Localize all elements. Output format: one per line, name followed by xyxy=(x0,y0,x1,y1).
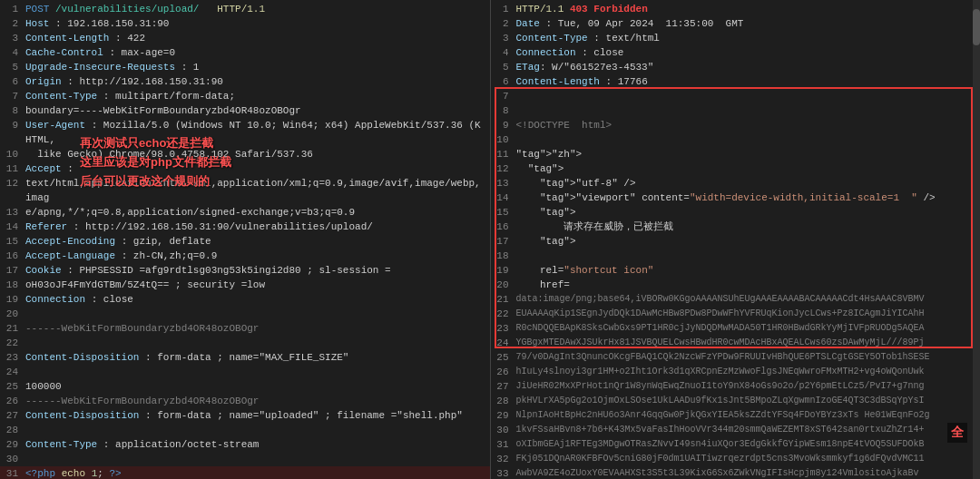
table-row: 12text/html,application/xhtml+xml,applic… xyxy=(0,176,490,205)
table-row: 10 xyxy=(491,132,981,147)
table-row: 27Content-Disposition : form-data ; name… xyxy=(0,408,490,423)
line-number: 15 xyxy=(0,234,25,249)
line-content xyxy=(25,307,490,321)
table-row: 14Referer : http://192.168.150.31:90/vul… xyxy=(0,220,490,234)
line-content: e/apng,*/*;q=0.8,application/signed-exch… xyxy=(25,205,490,220)
line-number: 29 xyxy=(491,408,516,423)
line-number: 18 xyxy=(0,278,25,292)
table-row: 10 like Gecko) Chrome/98.0.4758.102 Safa… xyxy=(0,147,490,161)
line-content: Content-Type : application/octet-stream xyxy=(25,437,490,452)
line-content: Accept-Encoding : gzip, deflate xyxy=(25,234,490,249)
line-number: 13 xyxy=(0,205,25,220)
line-content xyxy=(516,132,981,147)
table-row: 5Upgrade-Insecure-Requests : 1 xyxy=(0,60,490,74)
line-content xyxy=(25,336,490,350)
table-row: 1HTTP/1.1 403 Forbidden xyxy=(491,2,981,16)
table-row: 3Content-Length : 422 xyxy=(0,31,490,45)
table-row: 29NlpnIAoHtBpHc2nHU6o3Anr4GqqGw0PjkQGxYI… xyxy=(491,408,981,423)
line-content xyxy=(25,365,490,379)
line-number: 9 xyxy=(0,118,25,147)
line-content: <?php echo 1; ?> xyxy=(25,466,490,479)
table-row: 8 xyxy=(491,103,981,118)
table-row: 23Content-Disposition : form-data ; name… xyxy=(0,350,490,365)
table-row: 1POST /vulnerabilities/upload/ HTTP/1.1 xyxy=(0,2,490,16)
line-content: href= xyxy=(516,278,981,292)
right-line-container[interactable]: 1HTTP/1.1 403 Forbidden2Date : Tue, 09 A… xyxy=(491,0,981,479)
line-number: 23 xyxy=(491,321,516,336)
line-content: ------WebKitFormBoundaryzbd4OR48ozOBOgr xyxy=(25,321,490,336)
line-number: 27 xyxy=(0,408,25,423)
table-row: 8boundary=----WebKitFormBoundaryzbd4OR48… xyxy=(0,103,490,118)
line-content: like Gecko) Chrome/98.0.4758.102 Safari/… xyxy=(25,147,490,161)
line-number: 3 xyxy=(491,31,516,45)
line-number: 12 xyxy=(0,176,25,205)
table-row: 19Connection : close xyxy=(0,292,490,307)
line-number: 21 xyxy=(491,292,516,307)
table-row: 24YGBgxMTEDAwXJSUkrHx81JSVBQUELCwsHBwdHR… xyxy=(491,336,981,350)
table-row: 30 xyxy=(0,452,490,466)
line-number: 13 xyxy=(491,176,516,191)
table-row: 5ETag: W/"661527e3-4533" xyxy=(491,60,981,74)
line-content: Date : Tue, 09 Apr 2024 11:35:00 GMT xyxy=(516,16,981,31)
table-row: 28pkHVLrXA5pGg2o1OjmOxLSOse1UkLAADu9fKx1… xyxy=(491,394,981,408)
line-number: 18 xyxy=(491,249,516,263)
line-content: Accept : xyxy=(25,161,490,176)
line-content: "tag"> xyxy=(516,234,981,249)
line-content: ------WebKitFormBoundaryzbd4OR48ozOBOgr xyxy=(25,394,490,408)
table-row: 17Cookie : PHPSESSID =afg9rdtlsg03ng53k5… xyxy=(0,263,490,278)
line-content: R0cNDQQEBApK8SksCwbGxs9PT1HR0cjJyNDQDMwM… xyxy=(516,321,981,336)
table-row: 17 "tag"> xyxy=(491,234,981,249)
line-number: 26 xyxy=(0,394,25,408)
line-number: 30 xyxy=(0,452,25,466)
table-row: 6Content-Length : 17766 xyxy=(491,74,981,89)
line-number: 9 xyxy=(491,118,516,132)
line-content: Origin : http://192.168.150.31:90 xyxy=(25,74,490,89)
line-content: oXIbmGEAj1RFTEg3MDgwOTRasZNvvI49sn4iuXQo… xyxy=(516,437,981,452)
line-content: "tag"> xyxy=(516,161,981,176)
line-content: "tag">"viewport" content="width=device-w… xyxy=(516,191,981,205)
table-row: 32FKj051DQnAR0KFBFOv5cniG80jF0dm1UAITiwz… xyxy=(491,452,981,466)
line-number: 17 xyxy=(0,263,25,278)
line-number: 21 xyxy=(0,321,25,336)
table-row: 9User-Agent : Mozilla/5.0 (Windows NT 10… xyxy=(0,118,490,147)
line-content xyxy=(516,249,981,263)
table-row: 4Connection : close xyxy=(491,45,981,60)
line-number: 5 xyxy=(491,60,516,74)
line-content: "tag"></span> xyxy=(516,205,981,220)
table-row: 11"tag">"zh"> xyxy=(491,147,981,161)
scrollbar[interactable] xyxy=(973,0,980,479)
line-content: Content-Length : 422 xyxy=(25,31,490,45)
table-row: 7Content-Type : multipart/form-data; xyxy=(0,89,490,103)
line-content: Upgrade-Insecure-Requests : 1 xyxy=(25,60,490,74)
line-number: 10 xyxy=(491,132,516,147)
line-number: 16 xyxy=(491,220,516,234)
line-number: 25 xyxy=(491,350,516,365)
left-line-container[interactable]: 1POST /vulnerabilities/upload/ HTTP/1.12… xyxy=(0,0,490,479)
table-row: 21data:image/png;base64,iVBORw0KGgoAAAAN… xyxy=(491,292,981,307)
line-content: text/html,application/xhtml+xml,applicat… xyxy=(25,176,490,205)
table-row: 20 href= xyxy=(491,278,981,292)
table-row: 29Content-Type : application/octet-strea… xyxy=(0,437,490,452)
line-content: Host : 192.168.150.31:90 xyxy=(25,16,490,31)
line-number: 10 xyxy=(0,147,25,161)
line-content: Content-Disposition : form-data ; name="… xyxy=(25,408,490,423)
line-content xyxy=(25,423,490,437)
table-row: 15 "tag"></span> xyxy=(491,205,981,220)
table-row: 21------WebKitFormBoundaryzbd4OR48ozOBOg… xyxy=(0,321,490,336)
table-row: 7 xyxy=(491,89,981,103)
line-number: 27 xyxy=(491,379,516,394)
line-number: 33 xyxy=(491,466,516,479)
scrollbar-thumb[interactable] xyxy=(973,9,980,45)
line-content: ETag: W/"661527e3-4533" xyxy=(516,60,981,74)
line-content xyxy=(516,103,981,118)
line-number: 6 xyxy=(491,74,516,89)
line-content: data:image/png;base64,iVBORw0KGgoAAAANSU… xyxy=(516,292,981,307)
table-row: 12 "tag"> xyxy=(491,161,981,176)
line-number: 20 xyxy=(0,307,25,321)
line-content: Referer : http://192.168.150.31:90/vulne… xyxy=(25,220,490,234)
table-row: 18oH03oJF4FmYdGTBm/5Z4tQ== ; security =l… xyxy=(0,278,490,292)
line-content: "tag">"zh"> xyxy=(516,147,981,161)
line-number: 8 xyxy=(0,103,25,118)
table-row: 4Cache-Control : max-age=0 xyxy=(0,45,490,60)
line-content: Content-Length : 17766 xyxy=(516,74,981,89)
